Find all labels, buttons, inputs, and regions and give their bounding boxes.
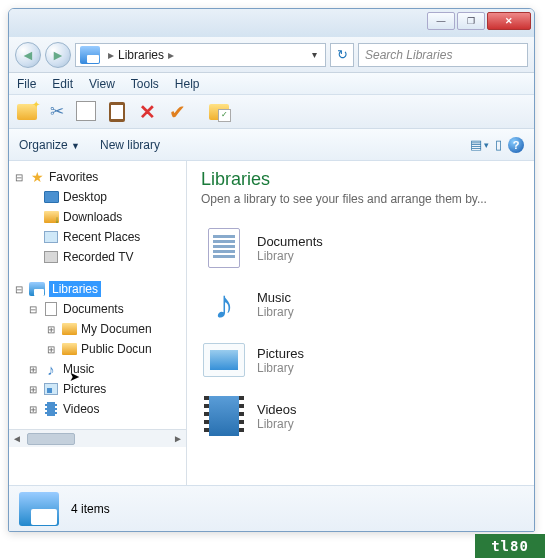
breadcrumb-separator: ▸ (108, 48, 114, 62)
tree-downloads[interactable]: ·Downloads (9, 207, 186, 227)
tree-label: My Documen (81, 322, 152, 336)
item-type: Library (257, 417, 297, 431)
videos-icon (45, 402, 57, 416)
libraries-icon (80, 46, 100, 64)
star-icon: ★ (28, 169, 46, 185)
expand-icon[interactable]: ⊞ (27, 364, 39, 375)
tree-label: Music (63, 362, 94, 376)
tree-pictures[interactable]: ⊞Pictures (9, 379, 186, 399)
expand-icon[interactable]: ⊞ (45, 344, 57, 355)
menu-edit[interactable]: Edit (52, 77, 73, 91)
search-input[interactable]: Search Libraries (358, 43, 528, 67)
apply-button[interactable]: ✔ (165, 100, 189, 124)
folder-icon (62, 323, 77, 335)
item-name: Music (257, 290, 294, 305)
tree-documents[interactable]: ⊟Documents (9, 299, 186, 319)
status-bar: 4 items (9, 485, 534, 531)
menu-file[interactable]: File (17, 77, 36, 91)
collapse-icon[interactable]: ⊟ (27, 304, 39, 315)
collapse-icon[interactable]: ⊟ (13, 284, 25, 295)
navigation-pane[interactable]: ⊟ ★ Favorites ·Desktop ·Downloads ·Recen… (9, 161, 187, 485)
item-type: Library (257, 305, 294, 319)
tree-label: Pictures (63, 382, 106, 396)
horizontal-scrollbar[interactable]: ◄ ► (9, 429, 186, 447)
breadcrumb-item[interactable]: Libraries (118, 48, 164, 62)
item-name: Documents (257, 234, 323, 249)
pictures-icon (44, 383, 58, 395)
downloads-icon (44, 211, 59, 223)
libraries-icon (29, 282, 45, 296)
menu-view[interactable]: View (89, 77, 115, 91)
menu-bar: File Edit View Tools Help (9, 73, 534, 95)
breadcrumb-dropdown[interactable]: ▾ (308, 49, 321, 60)
help-button[interactable]: ? (508, 137, 524, 153)
new-library-button[interactable]: New library (100, 138, 160, 152)
copy-button[interactable] (75, 100, 99, 124)
view-mode-button[interactable]: ▤▾ (470, 137, 489, 152)
library-item-videos[interactable]: VideosLibrary (201, 388, 520, 444)
tree-label: Favorites (49, 170, 98, 184)
close-button[interactable]: ✕ (487, 12, 531, 30)
recent-places-icon (44, 231, 58, 243)
cut-button[interactable]: ✂ (45, 100, 69, 124)
new-folder-icon (17, 104, 37, 120)
tree-public-documents[interactable]: ⊞Public Docun (9, 339, 186, 359)
minimize-button[interactable]: — (427, 12, 455, 30)
item-name: Videos (257, 402, 297, 417)
scroll-right-icon[interactable]: ► (170, 433, 186, 444)
tree-label: Recent Places (63, 230, 140, 244)
library-item-music[interactable]: ♪ MusicLibrary (201, 276, 520, 332)
new-folder-button[interactable] (15, 100, 39, 124)
organize-button[interactable]: Organize ▼ (19, 138, 80, 152)
tree-label: Recorded TV (63, 250, 133, 264)
tree-my-documents[interactable]: ⊞My Documen (9, 319, 186, 339)
item-name: Pictures (257, 346, 304, 361)
tree-desktop[interactable]: ·Desktop (9, 187, 186, 207)
titlebar[interactable]: — ❐ ✕ (9, 9, 534, 37)
chevron-down-icon: ▼ (71, 141, 80, 151)
tree-recorded-tv[interactable]: ·Recorded TV (9, 247, 186, 267)
libraries-icon (19, 492, 59, 526)
toolbar: ✂ ✕ ✔ (9, 95, 534, 129)
tv-icon (44, 251, 58, 263)
expand-icon[interactable]: ⊞ (45, 324, 57, 335)
tree-favorites[interactable]: ⊟ ★ Favorites (9, 167, 186, 187)
properties-button[interactable] (207, 100, 231, 124)
scroll-left-icon[interactable]: ◄ (9, 433, 25, 444)
delete-button[interactable]: ✕ (135, 100, 159, 124)
maximize-button[interactable]: ❐ (457, 12, 485, 30)
tree-music[interactable]: ⊞♪Music (9, 359, 186, 379)
main-pane[interactable]: Libraries Open a library to see your fil… (187, 161, 534, 485)
back-button[interactable]: ◄ (15, 42, 41, 68)
documents-icon (208, 228, 240, 268)
menu-tools[interactable]: Tools (131, 77, 159, 91)
library-item-pictures[interactable]: PicturesLibrary (201, 332, 520, 388)
document-icon (45, 302, 57, 316)
tree-recent-places[interactable]: ·Recent Places (9, 227, 186, 247)
menu-help[interactable]: Help (175, 77, 200, 91)
folder-icon (62, 343, 77, 355)
tree-videos[interactable]: ⊞Videos (9, 399, 186, 419)
tree-label: Videos (63, 402, 99, 416)
watermark: tl80 (475, 534, 545, 558)
scroll-thumb[interactable] (27, 433, 75, 445)
preview-pane-button[interactable]: ▯ (495, 137, 502, 152)
tree-label: Public Docun (81, 342, 152, 356)
paste-button[interactable] (105, 100, 129, 124)
breadcrumb-separator[interactable]: ▸ (168, 48, 174, 62)
library-item-documents[interactable]: DocumentsLibrary (201, 220, 520, 276)
tree-label: Documents (63, 302, 124, 316)
collapse-icon[interactable]: ⊟ (13, 172, 25, 183)
pictures-icon (203, 343, 245, 377)
expand-icon[interactable]: ⊞ (27, 384, 39, 395)
tree-libraries[interactable]: ⊟ Libraries (9, 279, 186, 299)
explorer-window: — ❐ ✕ ◄ ► ▸ Libraries ▸ ▾ ↻ Search Libra… (8, 8, 535, 532)
tree-label-selected: Libraries (49, 281, 101, 297)
properties-icon (209, 104, 229, 120)
paste-icon (109, 102, 125, 122)
refresh-button[interactable]: ↻ (330, 43, 354, 67)
address-bar[interactable]: ▸ Libraries ▸ ▾ (75, 43, 326, 67)
item-type: Library (257, 361, 304, 375)
expand-icon[interactable]: ⊞ (27, 404, 39, 415)
forward-button[interactable]: ► (45, 42, 71, 68)
